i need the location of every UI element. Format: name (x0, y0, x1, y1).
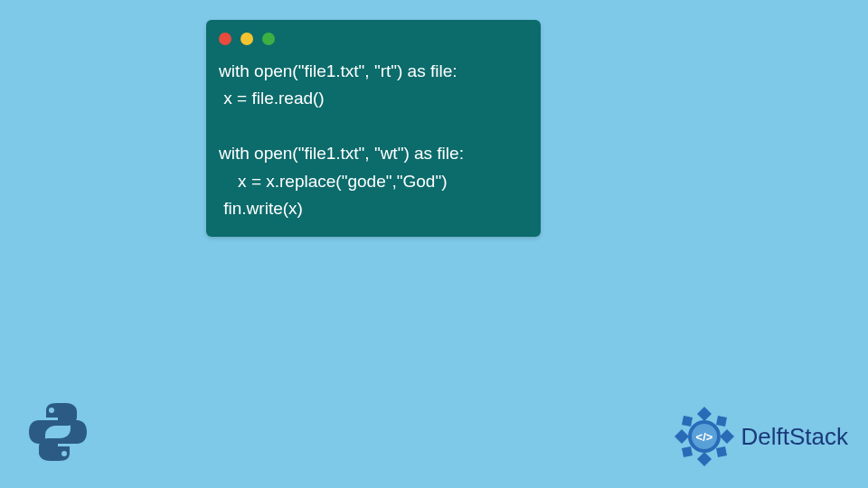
code-line: x = x.replace("gode","God") (219, 172, 447, 191)
svg-marker-2 (697, 407, 712, 421)
brand-area: </> DelftStack (673, 405, 849, 468)
code-line: with open("file1.txt", "wt") as file: (219, 144, 464, 163)
code-line: x = file.read() (219, 89, 325, 108)
code-line (219, 117, 223, 136)
svg-marker-6 (682, 416, 693, 427)
maximize-icon (262, 33, 275, 45)
code-content: with open("file1.txt", "rt") as file: x … (206, 54, 541, 222)
code-line: fin.write(x) (219, 199, 303, 218)
minimize-icon (241, 33, 253, 45)
svg-marker-9 (682, 446, 693, 457)
svg-marker-3 (697, 452, 712, 466)
svg-marker-8 (716, 416, 727, 427)
delftstack-badge-icon: </> (673, 405, 736, 468)
close-icon (219, 33, 231, 45)
svg-marker-5 (720, 429, 734, 444)
python-logo-icon (25, 399, 90, 465)
svg-marker-7 (716, 446, 727, 457)
brand-name: DelftStack (741, 423, 849, 451)
code-line: with open("file1.txt", "rt") as file: (219, 61, 458, 80)
svg-point-1 (61, 451, 67, 456)
window-controls (206, 20, 541, 54)
svg-point-0 (49, 408, 54, 413)
code-window: with open("file1.txt", "rt") as file: x … (206, 20, 541, 237)
svg-marker-4 (675, 429, 689, 444)
svg-text:</>: </> (695, 430, 712, 444)
